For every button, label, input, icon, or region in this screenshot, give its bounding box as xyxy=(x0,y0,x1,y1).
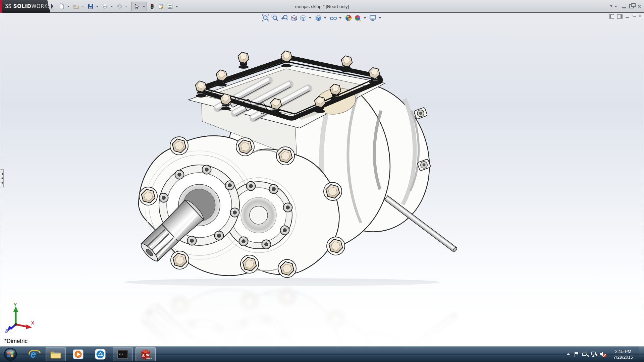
save-dropdown[interactable] xyxy=(96,6,99,7)
doc-restore-button[interactable] xyxy=(632,15,635,18)
undo-dropdown[interactable] xyxy=(125,6,127,7)
select-tool-dropdown[interactable] xyxy=(141,2,147,11)
view-orientation-label: *Dimetric xyxy=(4,338,28,345)
solidworks-logo: ƷS SOLIDWORKS xyxy=(0,0,50,13)
options-checklist-icon xyxy=(167,3,173,9)
brand-solid: SOLID xyxy=(13,3,32,9)
open-dropdown[interactable] xyxy=(82,6,84,7)
toggle-left-pane-button[interactable] xyxy=(609,14,614,19)
edit-appearance-button[interactable] xyxy=(344,14,353,22)
view-settings-button[interactable] xyxy=(369,14,377,22)
internet-explorer-icon: e xyxy=(31,349,36,359)
brand-red-stripe xyxy=(0,0,2,13)
hide-show-items-button[interactable] xyxy=(329,14,337,22)
window-controls: ? ✕ xyxy=(609,0,641,13)
select-tool-button[interactable] xyxy=(131,3,141,9)
print-dropdown[interactable] xyxy=(110,6,113,7)
show-hidden-icons-button[interactable] xyxy=(564,350,573,359)
zoom-to-area-button[interactable] xyxy=(271,14,279,22)
heads-up-view-toolbar xyxy=(262,14,383,22)
display-style-icon xyxy=(314,14,322,22)
doc-close-button[interactable]: ✕ xyxy=(638,14,642,19)
start-button[interactable] xyxy=(3,347,17,361)
zoom-to-fit-icon xyxy=(262,14,269,22)
action-center-button[interactable] xyxy=(573,350,581,359)
main-toolbar xyxy=(58,1,179,11)
command-prompt-icon: C:\_ xyxy=(117,349,128,359)
apply-scene-dropdown[interactable] xyxy=(364,17,366,19)
open-button[interactable] xyxy=(72,2,80,10)
minimize-button[interactable] xyxy=(622,7,626,8)
open-icon xyxy=(73,3,79,9)
svg-text:C:\_: C:\_ xyxy=(119,353,125,355)
taskbar-windows-explorer[interactable] xyxy=(46,347,66,361)
select-tool-group xyxy=(131,2,147,11)
view-orientation-button[interactable] xyxy=(299,14,307,22)
taskbar-share-app[interactable] xyxy=(91,348,110,361)
undo-icon xyxy=(116,3,122,9)
zoom-to-fit-button[interactable] xyxy=(262,14,270,22)
section-view-button[interactable] xyxy=(290,14,298,22)
orientation-triad: Y X Z xyxy=(3,304,37,337)
solidworks-2015-icon: S W 2015 xyxy=(139,348,152,360)
chevron-up-icon xyxy=(566,353,571,356)
document-window-controls: ✕ xyxy=(609,14,642,19)
show-desktop-button[interactable] xyxy=(639,346,644,362)
hide-show-dropdown[interactable] xyxy=(339,17,342,19)
display-style-button[interactable] xyxy=(314,14,322,22)
close-button[interactable]: ✕ xyxy=(637,4,641,9)
eyeglasses-icon xyxy=(329,14,337,22)
gearbox-3d-model[interactable] xyxy=(0,13,644,346)
network-status-button[interactable] xyxy=(590,350,599,359)
new-dropdown[interactable] xyxy=(67,6,70,7)
previous-view-button[interactable] xyxy=(280,14,288,22)
system-tray: 2:15 PM 7/28/2015 xyxy=(564,346,644,362)
toggle-right-pane-button[interactable] xyxy=(617,14,623,19)
print-button[interactable] xyxy=(101,2,109,10)
traffic-light-icon xyxy=(149,3,155,9)
graphics-viewport[interactable]: ✕ Y X Z *Dimetric xyxy=(0,13,644,346)
battery-plug-icon xyxy=(582,351,589,358)
help-dropdown[interactable] xyxy=(614,6,617,7)
save-button[interactable] xyxy=(87,2,95,10)
taskbar-media-player[interactable] xyxy=(68,348,88,361)
monitor-icon xyxy=(369,14,377,22)
display-style-dropdown[interactable] xyxy=(324,17,327,19)
flag-icon xyxy=(574,351,580,358)
doc-minimize-button[interactable] xyxy=(626,17,629,18)
taskbar-solidworks[interactable]: S W 2015 xyxy=(136,347,156,361)
menu-expand-arrow-icon[interactable] xyxy=(51,4,53,9)
taskbar-command-prompt[interactable]: C:\_ xyxy=(113,347,133,361)
volume-button[interactable] xyxy=(599,350,607,359)
options-button[interactable] xyxy=(166,2,174,10)
apply-scene-button[interactable] xyxy=(354,14,362,22)
file-properties-button[interactable] xyxy=(157,2,165,10)
appearance-sphere-icon xyxy=(344,14,352,22)
view-orientation-dropdown[interactable] xyxy=(309,17,312,19)
rebuild-button[interactable] xyxy=(148,2,156,10)
clock-date: 7/28/2015 xyxy=(609,354,638,360)
restore-button[interactable] xyxy=(629,4,634,8)
view-orientation-icon xyxy=(299,14,307,22)
previous-view-icon xyxy=(280,14,288,22)
taskbar-internet-explorer[interactable]: e xyxy=(23,348,43,361)
power-status-button[interactable] xyxy=(581,350,590,359)
taskbar-clock[interactable]: 2:15 PM 7/28/2015 xyxy=(609,349,638,360)
select-cursor-icon xyxy=(133,3,139,9)
undo-button[interactable] xyxy=(115,2,123,10)
help-button[interactable]: ? xyxy=(609,4,612,9)
view-settings-dropdown[interactable] xyxy=(379,17,381,19)
options-dropdown[interactable] xyxy=(175,6,178,7)
triad-z-label: Z xyxy=(5,328,8,334)
svg-text:S: S xyxy=(142,354,145,358)
section-view-icon xyxy=(290,14,298,22)
print-icon xyxy=(102,3,108,9)
network-icon xyxy=(591,351,598,358)
feature-manager-collapsed-tab[interactable] xyxy=(0,169,4,187)
new-document-button[interactable] xyxy=(58,2,66,10)
media-player-icon xyxy=(72,349,84,360)
new-document-icon xyxy=(59,3,65,9)
clock-time: 2:15 PM xyxy=(609,349,638,354)
svg-text:W: W xyxy=(146,353,150,357)
collapse-arrow-icon xyxy=(1,182,3,184)
